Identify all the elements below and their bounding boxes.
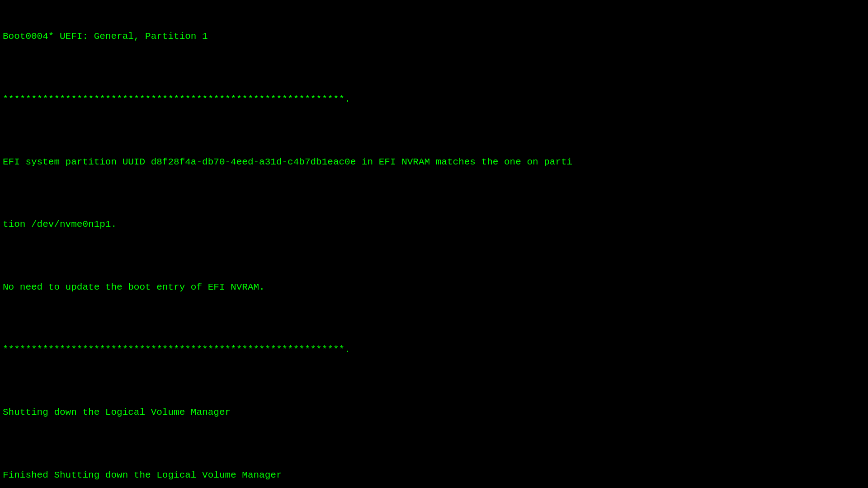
terminal-line-6: ****************************************… [3,343,865,356]
terminal-line-2: ****************************************… [3,93,865,106]
terminal-line-8: Finished Shutting down the Logical Volum… [3,469,865,482]
terminal-line-5: No need to update the boot entry of EFI … [3,281,865,294]
terminal-line-4: tion /dev/nvme0n1p1. [3,218,865,231]
terminal-line-1: Boot0004* UEFI: General, Partition 1 [3,30,865,43]
terminal-output: Boot0004* UEFI: General, Partition 1 ***… [0,4,868,488]
terminal-line-7: Shutting down the Logical Volume Manager [3,406,865,419]
terminal-line-3: EFI system partition UUID d8f28f4a-db70-… [3,156,865,169]
